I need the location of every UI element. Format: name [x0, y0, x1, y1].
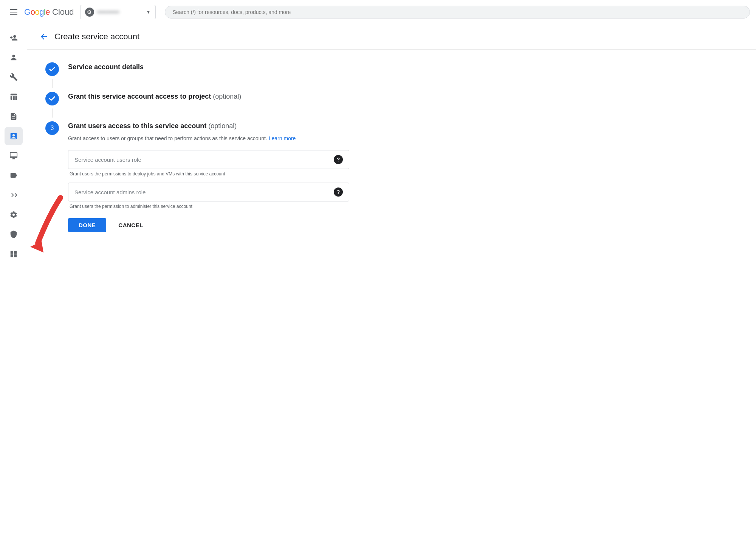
admins-role-placeholder: Service account admins role	[74, 189, 334, 195]
step-1-icon	[45, 62, 59, 76]
step-1-row: Service account details	[45, 62, 349, 76]
project-selector[interactable]: •••••••••••• ▼	[80, 5, 156, 19]
search-input[interactable]	[165, 6, 750, 19]
admins-role-field-wrapper[interactable]: Service account admins role ?	[68, 183, 349, 201]
grid-icon	[9, 250, 18, 258]
page-header: Create service account	[27, 24, 756, 50]
tag-icon	[9, 171, 18, 180]
step-3-optional: (optional)	[208, 122, 237, 130]
hamburger-line-1	[10, 9, 17, 10]
users-role-help-icon[interactable]: ?	[334, 155, 343, 164]
sidebar	[0, 24, 27, 550]
sidebar-icon-settings[interactable]	[5, 206, 23, 224]
admins-role-hint: Grant users the permission to administer…	[68, 204, 349, 209]
checkmark-icon-2	[48, 95, 56, 102]
logo-text: Google	[24, 7, 50, 17]
checkmark-icon-1	[48, 65, 56, 73]
wrench-icon	[9, 73, 18, 81]
step-2-content: Grant this service account access to pro…	[68, 91, 349, 102]
sidebar-icon-screen[interactable]	[5, 147, 23, 165]
step-2-optional: (optional)	[213, 93, 241, 100]
sidebar-icon-service-accounts[interactable]	[5, 127, 23, 145]
screen-icon	[9, 152, 18, 160]
step-3-body: Grant access to users or groups that nee…	[68, 135, 349, 232]
step-3-icon: 3	[45, 121, 59, 135]
back-button[interactable]	[39, 32, 48, 41]
users-role-hint: Grant users the permissions to deploy jo…	[68, 171, 349, 177]
sidebar-icon-grid[interactable]	[5, 245, 23, 263]
sidebar-icon-add-person[interactable]	[5, 29, 23, 47]
step-2-row: Grant this service account access to pro…	[45, 91, 349, 105]
table-icon	[9, 93, 18, 101]
settings-icon	[9, 211, 18, 219]
add-person-icon	[9, 34, 18, 42]
users-role-field-wrapper[interactable]: Service account users role ?	[68, 150, 349, 169]
cloud-label: Cloud	[52, 7, 74, 17]
steps-container: Service account details Grant this servi…	[27, 50, 367, 247]
arrows-icon	[9, 191, 18, 199]
google-logo: Google Cloud	[24, 7, 74, 17]
sidebar-icon-shield[interactable]	[5, 225, 23, 243]
top-navigation: Google Cloud •••••••••••• ▼	[0, 0, 756, 24]
step-3-number: 3	[51, 125, 54, 132]
users-role-container: Service account users role ? Grant users…	[68, 150, 349, 177]
hamburger-menu[interactable]	[6, 5, 21, 20]
sidebar-icon-document[interactable]	[5, 107, 23, 125]
sidebar-icon-table[interactable]	[5, 88, 23, 106]
main-content: Create service account Service account d…	[27, 24, 756, 550]
step-connector-1	[52, 79, 53, 88]
sidebar-icon-tag[interactable]	[5, 166, 23, 184]
person-icon	[9, 53, 18, 62]
admins-role-container: Service account admins role ? Grant user…	[68, 183, 349, 209]
sidebar-icon-wrench[interactable]	[5, 68, 23, 86]
admins-role-help-icon[interactable]: ?	[334, 187, 343, 197]
chevron-down-icon: ▼	[146, 9, 151, 15]
shield-icon	[9, 230, 18, 239]
step-3-content: Grant users access to this service accou…	[68, 121, 349, 232]
project-icon	[85, 8, 94, 17]
step-3-description: Grant access to users or groups that nee…	[68, 135, 349, 143]
project-name: ••••••••••••	[97, 9, 143, 15]
back-arrow-icon	[39, 32, 48, 41]
learn-more-link[interactable]: Learn more	[269, 135, 296, 141]
step-2-title: Grant this service account access to pro…	[68, 93, 349, 101]
sidebar-icon-person[interactable]	[5, 48, 23, 67]
hamburger-line-3	[10, 14, 17, 15]
service-accounts-icon	[9, 132, 18, 140]
document-icon	[9, 112, 18, 121]
step-3-row: 3 Grant users access to this service acc…	[45, 121, 349, 232]
button-row: DONE CANCEL	[68, 218, 349, 232]
cancel-button[interactable]: CANCEL	[112, 218, 149, 232]
sidebar-icon-arrows[interactable]	[5, 186, 23, 204]
page-title: Create service account	[54, 32, 139, 42]
svg-marker-0	[30, 241, 43, 253]
hamburger-line-2	[10, 12, 17, 12]
step-3-title: Grant users access to this service accou…	[68, 122, 349, 130]
step-1-title: Service account details	[68, 63, 349, 71]
step-connector-2	[52, 108, 53, 118]
users-role-placeholder: Service account users role	[74, 156, 334, 163]
done-button[interactable]: DONE	[68, 218, 106, 232]
step-2-icon	[45, 92, 59, 105]
step-1-content: Service account details	[68, 62, 349, 73]
